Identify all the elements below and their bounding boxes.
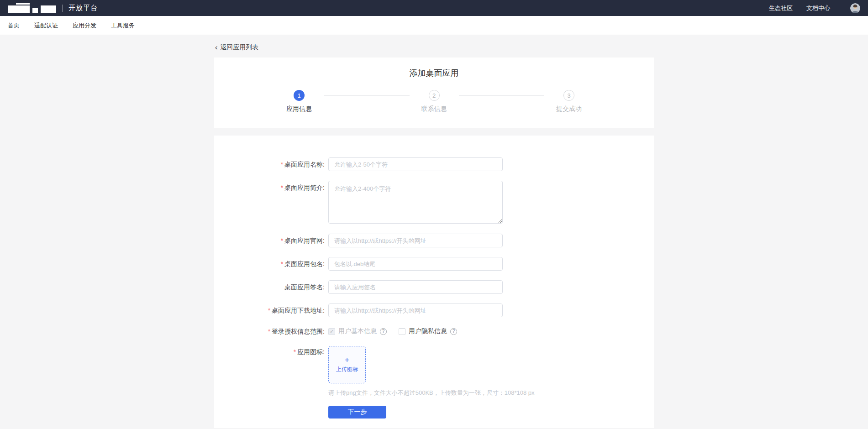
- icon-upload-dropzone[interactable]: + 上传图标: [328, 346, 366, 383]
- step-connector: [324, 95, 410, 96]
- step-contact-info: 2 联系信息: [410, 90, 459, 113]
- private-info-help-icon[interactable]: ?: [450, 328, 457, 335]
- nav-item-app-distribution[interactable]: 应用分发: [73, 21, 96, 30]
- app-name-input[interactable]: [328, 157, 503, 171]
- app-website-label: *桌面应用官网:: [214, 234, 328, 247]
- brand-logo[interactable]: [8, 3, 56, 13]
- step-connector: [459, 95, 545, 96]
- upload-hint: 请上传png文件，文件大小不超过500KB，上传数量为一张，尺寸：108*108…: [328, 389, 654, 397]
- back-link[interactable]: ‹ 返回应用列表: [215, 43, 258, 52]
- step-3-circle: 3: [563, 90, 574, 101]
- basic-info-checkbox[interactable]: ✓: [328, 328, 335, 335]
- user-avatar[interactable]: [850, 3, 860, 13]
- step-2-label: 联系信息: [421, 105, 447, 113]
- package-name-label: *桌面应用包名:: [214, 257, 328, 271]
- step-1-label: 应用信息: [286, 105, 312, 113]
- step-submit-success: 3 提交成功: [544, 90, 594, 113]
- required-mark: *: [281, 260, 283, 267]
- logo-divider: [62, 5, 63, 12]
- private-info-checkbox[interactable]: [399, 328, 405, 335]
- checkbox-group-private-info: 用户隐私信息 ?: [399, 327, 457, 335]
- plus-icon: +: [345, 356, 349, 364]
- step-1-circle: 1: [294, 90, 305, 101]
- step-2-circle: 2: [429, 90, 440, 101]
- download-url-label: *桌面应用下载地址:: [214, 303, 328, 317]
- required-mark: *: [281, 237, 283, 244]
- form-card: *桌面应用名称: *桌面应用简介: *桌面应用官网: *桌面应用包名:: [214, 136, 654, 428]
- wizard-card: 添加桌面应用 1 应用信息 2 联系信息 3 提交成功: [214, 58, 654, 128]
- required-mark: *: [281, 184, 283, 191]
- app-signature-label: 桌面应用签名:: [214, 280, 328, 294]
- nav-item-adaptation-cert[interactable]: 适配认证: [34, 21, 58, 30]
- app-name-label: *桌面应用名称:: [214, 157, 328, 171]
- auth-scope-label: *登录授权信息范围:: [214, 327, 328, 336]
- link-doc-center[interactable]: 文档中心: [806, 4, 830, 12]
- step-3-label: 提交成功: [556, 105, 582, 113]
- form-row-app-intro: *桌面应用简介:: [214, 181, 654, 224]
- required-mark: *: [268, 307, 270, 314]
- basic-info-checkbox-label: 用户基本信息: [338, 327, 377, 335]
- desktop-app-form: *桌面应用名称: *桌面应用简介: *桌面应用官网: *桌面应用包名:: [214, 157, 654, 419]
- form-row-app-icon: *应用图标: + 上传图标: [214, 346, 654, 383]
- upload-icon-text: 上传图标: [336, 366, 358, 373]
- nav-item-home[interactable]: 首页: [8, 21, 20, 30]
- form-row-app-signature: 桌面应用签名:: [214, 280, 654, 294]
- platform-title: 开放平台: [68, 4, 98, 12]
- required-mark: *: [268, 328, 270, 335]
- package-name-input[interactable]: [328, 257, 503, 271]
- app-signature-input[interactable]: [328, 280, 503, 294]
- download-url-input[interactable]: [328, 303, 503, 317]
- required-mark: *: [294, 348, 296, 356]
- form-row-app-name: *桌面应用名称:: [214, 157, 654, 171]
- basic-info-help-icon[interactable]: ?: [380, 328, 387, 335]
- step-indicator: 1 应用信息 2 联系信息 3 提交成功: [214, 90, 654, 113]
- app-intro-textarea[interactable]: [328, 181, 503, 224]
- nav-item-tool-services[interactable]: 工具服务: [111, 21, 135, 30]
- required-mark: *: [281, 161, 283, 168]
- button-row: 下一步: [328, 406, 654, 419]
- person-icon: [850, 3, 860, 13]
- next-step-button[interactable]: 下一步: [328, 406, 386, 419]
- app-website-input[interactable]: [328, 234, 503, 247]
- app-intro-label: *桌面应用简介:: [214, 181, 328, 224]
- step-app-info: 1 应用信息: [274, 90, 324, 113]
- link-eco-community[interactable]: 生态社区: [769, 4, 793, 12]
- private-info-checkbox-label: 用户隐私信息: [409, 327, 447, 335]
- topbar: 开放平台 生态社区 文档中心: [0, 0, 868, 16]
- back-chevron-icon: ‹: [215, 44, 218, 51]
- checkbox-group-basic-info: ✓ 用户基本信息 ?: [328, 327, 387, 335]
- back-link-label: 返回应用列表: [220, 43, 258, 52]
- app-icon-label: *应用图标:: [214, 346, 328, 356]
- form-row-auth-scope: *登录授权信息范围: ✓ 用户基本信息 ? 用户隐私信息 ?: [214, 327, 654, 336]
- page-title: 添加桌面应用: [214, 68, 654, 78]
- form-row-package-name: *桌面应用包名:: [214, 257, 654, 271]
- form-row-app-website: *桌面应用官网:: [214, 234, 654, 247]
- form-row-download-url: *桌面应用下载地址:: [214, 303, 654, 317]
- page-content: ‹ 返回应用列表 添加桌面应用 1 应用信息 2 联系信息 3 提交成功: [0, 35, 868, 428]
- main-nav: 首页 适配认证 应用分发 工具服务: [0, 16, 868, 35]
- brand-logo-mark: [8, 3, 30, 13]
